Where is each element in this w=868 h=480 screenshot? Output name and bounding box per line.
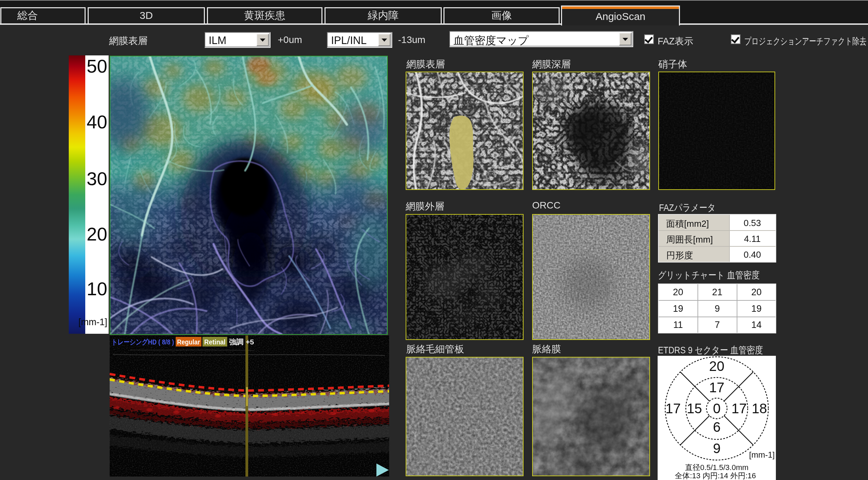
svg-text:Regular: Regular <box>177 338 200 346</box>
svg-text:強調 +5: 強調 +5 <box>229 338 254 346</box>
svg-text:15: 15 <box>687 401 702 416</box>
svg-text:0: 0 <box>713 401 721 416</box>
svg-text:直径0.5/1.5/3.0mm: 直径0.5/1.5/3.0mm <box>685 463 749 472</box>
svg-text:トレーシングHD ( 8/8 ): トレーシングHD ( 8/8 ) <box>111 338 174 346</box>
svg-text:Retinal: Retinal <box>204 338 226 346</box>
svg-text:9: 9 <box>713 441 721 456</box>
svg-text:17: 17 <box>732 401 747 416</box>
svg-text:17: 17 <box>666 401 681 416</box>
svg-text:20: 20 <box>709 359 725 374</box>
svg-text:全体:13 内円:14 外円:16: 全体:13 内円:14 外円:16 <box>675 471 756 480</box>
svg-text:18: 18 <box>752 401 767 416</box>
svg-text:[mm-1]: [mm-1] <box>749 450 775 459</box>
svg-text:6: 6 <box>713 419 721 435</box>
svg-text:17: 17 <box>709 380 725 395</box>
